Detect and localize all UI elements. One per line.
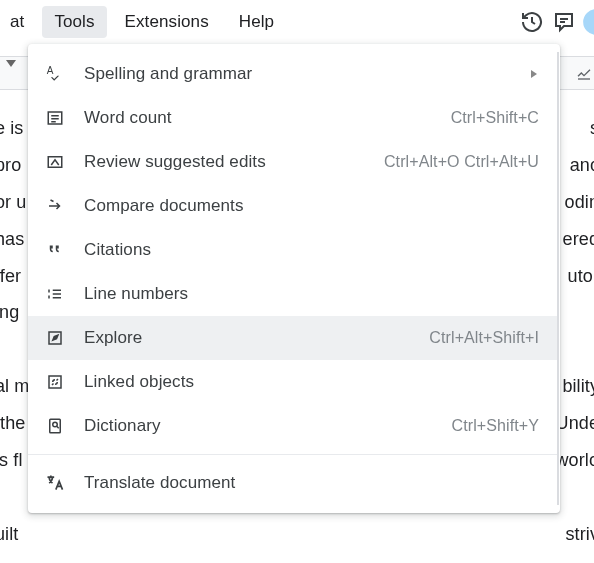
menu-spelling-grammar[interactable]: A Spelling and grammar bbox=[28, 52, 557, 96]
spellcheck-icon: A bbox=[42, 64, 68, 84]
menu-item-help[interactable]: Help bbox=[227, 6, 286, 38]
menu-item-prev[interactable]: at bbox=[0, 6, 36, 38]
menu-line-numbers[interactable]: Line numbers bbox=[28, 272, 557, 316]
menu-linked-objects[interactable]: Linked objects bbox=[28, 360, 557, 404]
citations-icon bbox=[42, 241, 68, 259]
svg-rect-3 bbox=[48, 157, 62, 168]
menu-shortcut: Ctrl+Shift+C bbox=[451, 109, 539, 127]
menu-label: Dictionary bbox=[84, 416, 440, 436]
linked-icon bbox=[42, 373, 68, 391]
menu-compare-docs[interactable]: Compare documents bbox=[28, 184, 557, 228]
linenumbers-icon bbox=[42, 285, 68, 303]
menu-review-edits[interactable]: Review suggested edits Ctrl+Alt+O Ctrl+A… bbox=[28, 140, 557, 184]
explore-icon bbox=[42, 329, 68, 347]
comment-icon[interactable] bbox=[548, 10, 580, 34]
menu-explore[interactable]: Explore Ctrl+Alt+Shift+I bbox=[28, 316, 557, 360]
submenu-arrow-icon bbox=[529, 69, 539, 79]
menu-label: Spelling and grammar bbox=[84, 64, 521, 84]
compare-icon bbox=[42, 197, 68, 215]
share-avatar[interactable] bbox=[580, 8, 594, 36]
menu-label: Citations bbox=[84, 240, 539, 260]
svg-point-0 bbox=[583, 9, 594, 35]
menu-translate[interactable]: Translate document bbox=[28, 461, 557, 505]
menu-label: Linked objects bbox=[84, 372, 539, 392]
menu-separator bbox=[28, 454, 557, 455]
svg-text:A: A bbox=[47, 65, 54, 76]
menu-label: Line numbers bbox=[84, 284, 539, 304]
menu-item-tools[interactable]: Tools bbox=[42, 6, 106, 38]
menu-item-extensions[interactable]: Extensions bbox=[113, 6, 221, 38]
review-icon bbox=[42, 153, 68, 171]
tools-dropdown: A Spelling and grammar Word count Ctrl+S… bbox=[28, 44, 560, 513]
menu-citations[interactable]: Citations bbox=[28, 228, 557, 272]
menu-shortcut: Ctrl+Shift+Y bbox=[452, 417, 539, 435]
menu-label: Word count bbox=[84, 108, 439, 128]
menu-label: Compare documents bbox=[84, 196, 539, 216]
dictionary-icon bbox=[42, 417, 68, 435]
history-icon[interactable] bbox=[516, 10, 548, 34]
translate-icon bbox=[42, 473, 68, 493]
svg-rect-5 bbox=[49, 376, 61, 388]
indent-marker-icon bbox=[6, 60, 16, 67]
menu-dictionary[interactable]: Dictionary Ctrl+Shift+Y bbox=[28, 404, 557, 448]
menu-shortcut: Ctrl+Alt+O Ctrl+Alt+U bbox=[384, 153, 539, 171]
menubar: at Tools Extensions Help bbox=[0, 0, 594, 44]
wordcount-icon bbox=[42, 109, 68, 127]
menu-word-count[interactable]: Word count Ctrl+Shift+C bbox=[28, 96, 557, 140]
menu-label: Translate document bbox=[84, 473, 539, 493]
menu-label: Review suggested edits bbox=[84, 152, 372, 172]
menu-label: Explore bbox=[84, 328, 417, 348]
menu-shortcut: Ctrl+Alt+Shift+I bbox=[429, 329, 539, 347]
editing-mode-icon bbox=[576, 58, 592, 88]
